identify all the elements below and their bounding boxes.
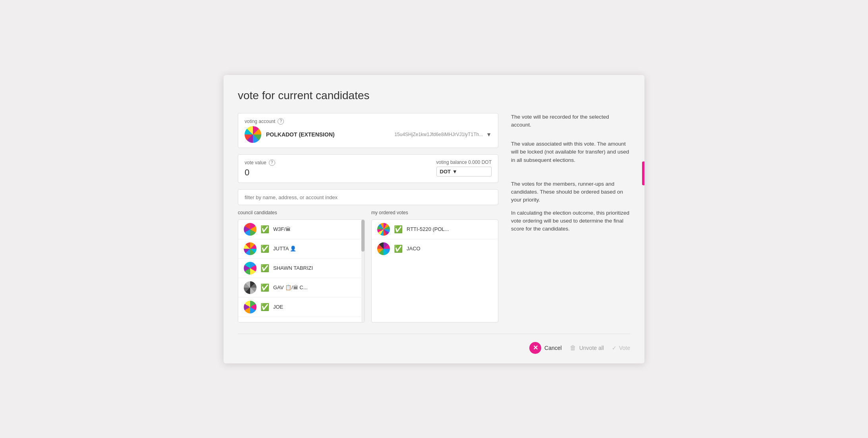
vote-value-label: vote value ? bbox=[245, 159, 275, 166]
unvote-button[interactable]: 🗑 Unvote all bbox=[570, 344, 604, 352]
candidate-name-gav: GAV 📋/🏛 C... bbox=[273, 284, 308, 290]
vote-value-right: voting balance 0.000 DOT DOT ▼ bbox=[436, 159, 492, 177]
cancel-circle-icon: ✕ bbox=[529, 342, 541, 354]
candidate-avatar-gav bbox=[244, 281, 257, 294]
candidate-avatar-w3f bbox=[244, 223, 257, 236]
currency-selector[interactable]: DOT ▼ bbox=[436, 167, 492, 177]
account-name: POLKADOT (EXTENSION) bbox=[266, 131, 376, 138]
modal-left: voting account ? POLKADOT (EXTENSION) 15… bbox=[238, 113, 498, 330]
polkadot-icon bbox=[245, 126, 261, 143]
check-icon-rtti: ✅ bbox=[394, 225, 403, 234]
account-avatar bbox=[245, 126, 261, 143]
votes-info-text-1: The votes for the members, runner-ups an… bbox=[511, 180, 630, 204]
value-info-section: The value associated with this vote. The… bbox=[511, 140, 630, 164]
account-info: POLKADOT (EXTENSION) bbox=[266, 131, 376, 138]
vote-name-jaco: JACO bbox=[407, 246, 420, 252]
account-dropdown-arrow[interactable]: ▼ bbox=[486, 131, 492, 138]
voting-account-label: voting account ? bbox=[245, 118, 492, 125]
cancel-button[interactable]: ✕ Cancel bbox=[529, 342, 562, 354]
modal-title: vote for current candidates bbox=[238, 89, 630, 102]
cancel-label: Cancel bbox=[544, 345, 562, 351]
candidate-avatar-jutta bbox=[244, 242, 257, 255]
unvote-label: Unvote all bbox=[579, 345, 604, 351]
vote-value-number[interactable]: 0 bbox=[245, 167, 275, 178]
trash-icon: 🗑 bbox=[570, 344, 576, 352]
list-bottom-spacer bbox=[238, 317, 365, 323]
candidate-name-shawn: SHAWN TABRIZI bbox=[273, 265, 313, 271]
council-candidates-list[interactable]: ✅ W3F/🏛 ✅ JUTTA 👤 ✅ SHAWN TABRIZI bbox=[238, 219, 365, 323]
vote-check-icon: ✓ bbox=[612, 345, 617, 351]
candidates-list-wrap: ✅ W3F/🏛 ✅ JUTTA 👤 ✅ SHAWN TABRIZI bbox=[238, 219, 365, 323]
voting-balance: voting balance 0.000 DOT bbox=[436, 159, 492, 165]
modal-body: voting account ? POLKADOT (EXTENSION) 15… bbox=[238, 113, 630, 330]
scrollbar-track[interactable] bbox=[361, 220, 365, 322]
list-item[interactable]: ✅ SHAWN TABRIZI bbox=[238, 259, 365, 278]
council-candidates-label: council candidates bbox=[238, 210, 365, 215]
list-item[interactable]: ✅ JUTTA 👤 bbox=[238, 239, 365, 259]
votes-info-text-2: In calculating the election outcome, thi… bbox=[511, 209, 630, 233]
ordered-votes-label: my ordered votes bbox=[371, 210, 498, 215]
vote-modal: vote for current candidates voting accou… bbox=[224, 75, 644, 363]
candidate-avatar-joe bbox=[244, 301, 257, 313]
check-icon-shawn: ✅ bbox=[260, 264, 269, 273]
check-icon-gav: ✅ bbox=[260, 283, 269, 292]
list-item[interactable]: ✅ RTTI-5220 (POL... bbox=[372, 220, 498, 239]
votes-label-wrap: my ordered votes bbox=[371, 210, 498, 218]
currency-dropdown-arrow: ▼ bbox=[452, 169, 457, 175]
ordered-votes-list[interactable]: ✅ RTTI-5220 (POL... ✅ JACO bbox=[371, 219, 498, 323]
vote-button[interactable]: ✓ Vote bbox=[612, 345, 630, 351]
check-icon-w3f: ✅ bbox=[260, 225, 269, 234]
candidate-name-jutta: JUTTA 👤 bbox=[273, 246, 296, 252]
list-item[interactable]: ✅ JACO bbox=[372, 239, 498, 258]
check-icon-jutta: ✅ bbox=[260, 244, 269, 253]
candidates-label-wrap: council candidates bbox=[238, 210, 365, 218]
votes-list-wrap: ✅ RTTI-5220 (POL... ✅ JACO bbox=[371, 219, 498, 323]
scrollbar-thumb[interactable] bbox=[361, 220, 365, 252]
check-icon-joe: ✅ bbox=[260, 303, 269, 311]
voting-account-row: POLKADOT (EXTENSION) 15u4SHjZe1kw1Jfd6e8… bbox=[245, 126, 492, 143]
lists-labels-row: council candidates my ordered votes bbox=[238, 210, 498, 218]
modal-right: The vote will be recorded for the select… bbox=[511, 113, 630, 330]
filter-input[interactable] bbox=[245, 194, 492, 200]
value-info-text: The value associated with this vote. The… bbox=[511, 140, 630, 164]
lists-row: ✅ W3F/🏛 ✅ JUTTA 👤 ✅ SHAWN TABRIZI bbox=[238, 219, 498, 323]
modal-footer: ✕ Cancel 🗑 Unvote all ✓ Vote bbox=[238, 334, 630, 363]
voting-account-help[interactable]: ? bbox=[278, 118, 284, 125]
candidate-avatar-shawn bbox=[244, 262, 257, 275]
filter-box[interactable] bbox=[238, 189, 498, 205]
check-icon-jaco: ✅ bbox=[394, 244, 403, 253]
account-address: 15u4SHjZe1kw1Jfd6e8iMHJrVJ1lyT1Th... bbox=[381, 132, 483, 137]
vote-avatar-jaco bbox=[377, 242, 390, 255]
account-info-text: The vote will be recorded for the select… bbox=[511, 113, 630, 129]
vote-value-help[interactable]: ? bbox=[269, 159, 275, 166]
list-item[interactable]: ✅ W3F/🏛 bbox=[238, 220, 365, 239]
candidate-name-joe: JOE bbox=[273, 304, 283, 310]
side-accent bbox=[642, 161, 644, 185]
list-item[interactable]: ✅ JOE bbox=[238, 298, 365, 317]
votes-info-section: The votes for the members, runner-ups an… bbox=[511, 180, 630, 233]
vote-avatar-rtti bbox=[377, 223, 390, 236]
vote-label: Vote bbox=[619, 345, 630, 351]
candidate-name-w3f: W3F/🏛 bbox=[273, 226, 291, 232]
account-info-section: The vote will be recorded for the select… bbox=[511, 113, 630, 129]
vote-value-field: vote value ? 0 voting balance 0.000 DOT … bbox=[238, 154, 498, 183]
list-item[interactable]: ✅ GAV 📋/🏛 C... bbox=[238, 278, 365, 298]
account-address-row: 15u4SHjZe1kw1Jfd6e8iMHJrVJ1lyT1Th... ▼ bbox=[381, 131, 492, 138]
vote-value-left: vote value ? 0 bbox=[245, 159, 275, 178]
vote-name-rtti: RTTI-5220 (POL... bbox=[407, 226, 449, 232]
voting-account-field: voting account ? POLKADOT (EXTENSION) 15… bbox=[238, 113, 498, 148]
